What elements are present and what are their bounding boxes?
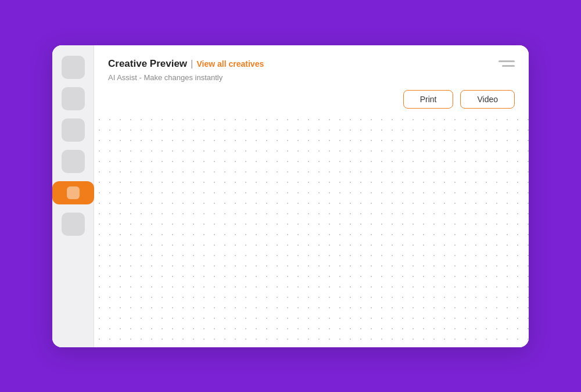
buttons-row: Print Video (94, 88, 529, 114)
sidebar-item-3[interactable] (62, 118, 85, 142)
header-title-row: Creative Preview | View all creatives (108, 58, 264, 70)
view-all-creatives-link[interactable]: View all creatives (197, 59, 264, 69)
active-item-dot (67, 186, 80, 199)
header-left: Creative Preview | View all creatives AI… (108, 58, 264, 82)
page-title: Creative Preview (108, 58, 187, 70)
window-card: Creative Preview | View all creatives AI… (52, 45, 529, 347)
sidebar (52, 45, 94, 347)
header-subtitle: AI Assist - Make changes instantly (108, 73, 264, 82)
header: Creative Preview | View all creatives AI… (94, 45, 529, 88)
print-button[interactable]: Print (403, 90, 454, 109)
menu-icon[interactable] (498, 60, 515, 67)
menu-line-1 (498, 60, 515, 62)
menu-line-2 (502, 65, 515, 67)
video-button[interactable]: Video (460, 90, 515, 109)
sidebar-item-2[interactable] (62, 87, 85, 110)
sidebar-item-1[interactable] (62, 56, 85, 79)
title-separator: | (191, 58, 193, 70)
canvas-area (94, 114, 529, 341)
sidebar-item-5-active[interactable] (52, 181, 94, 204)
sidebar-item-4[interactable] (62, 150, 85, 173)
main-content: Creative Preview | View all creatives AI… (94, 45, 529, 347)
sidebar-item-6[interactable] (62, 213, 85, 236)
